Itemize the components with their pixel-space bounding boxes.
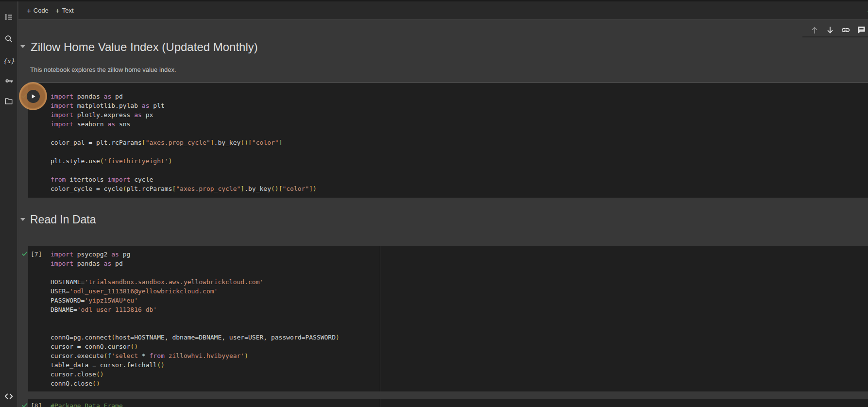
secrets-key-icon[interactable] (3, 75, 15, 86)
add-text-button[interactable]: + Text (55, 1, 74, 19)
imports-cell[interactable]: import pandas as pdimport matplotlib.pyl… (28, 83, 868, 198)
cell-toolbar (802, 23, 868, 37)
run-cell-button-spotlight[interactable] (19, 82, 47, 110)
section-heading: Read In Data (30, 213, 96, 226)
move-cell-up-icon[interactable] (809, 24, 820, 36)
comment-icon[interactable] (855, 24, 867, 36)
search-icon[interactable] (3, 33, 15, 45)
run-cell-button[interactable] (27, 90, 40, 103)
collapse-section-arrow[interactable] (20, 45, 25, 48)
code-editor[interactable]: import pandas as pdimport matplotlib.pyl… (51, 92, 868, 193)
add-text-label: Text (62, 7, 74, 14)
cell-executed-check-icon (21, 402, 28, 407)
add-code-button[interactable]: + Code (27, 1, 49, 19)
move-cell-down-icon[interactable] (824, 24, 836, 36)
notebook-intro-text: This notebook explores the zillow home v… (30, 66, 176, 73)
plus-icon: + (27, 6, 31, 15)
execution-count: [7] (31, 250, 42, 259)
code-editor[interactable]: #Package Data Frame (51, 401, 868, 407)
copy-link-icon[interactable] (840, 24, 851, 36)
cell-executed-check-icon (21, 250, 28, 259)
collapse-section-arrow[interactable] (20, 218, 25, 221)
notebook-section-title: Zillow Home Value Index (Updated Monthly… (31, 40, 258, 54)
package-dataframe-cell[interactable]: [8] #Package Data Frame (28, 399, 868, 407)
plus-icon: + (55, 6, 60, 15)
variables-icon[interactable]: {x} (3, 55, 15, 67)
code-editor[interactable]: import psycopg2 as pgimport pandas as pd… (51, 250, 868, 388)
notebook-toolbar: + Code + Text R D (18, 1, 868, 20)
left-sidebar: {x} (0, 1, 18, 407)
variables-glyph: {x} (3, 57, 15, 65)
code-snippets-icon[interactable] (3, 390, 15, 402)
add-code-label: Code (34, 7, 49, 14)
play-icon (30, 93, 36, 100)
table-of-contents-icon[interactable] (3, 11, 15, 23)
execution-count: [8] (31, 401, 42, 407)
db-connect-cell[interactable]: [7] import psycopg2 as pgimport pandas a… (28, 246, 868, 391)
files-folder-icon[interactable] (3, 95, 15, 107)
